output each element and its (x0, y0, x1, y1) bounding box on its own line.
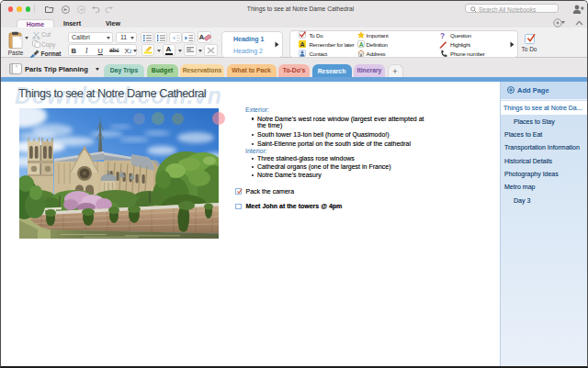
svg-text:A: A (300, 41, 304, 48)
svg-text:A: A (358, 41, 363, 48)
